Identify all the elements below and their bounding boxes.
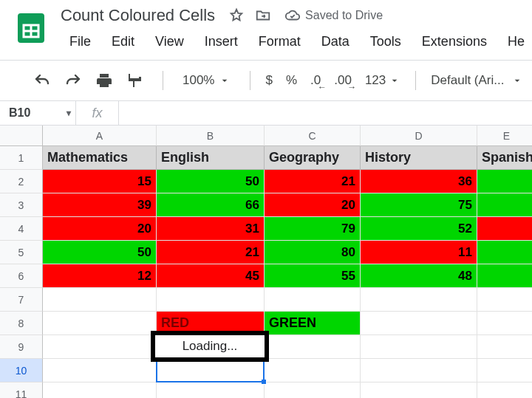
increase-decimal-button[interactable]: .00→ [334, 73, 352, 88]
menu-tools[interactable]: Tools [360, 31, 412, 52]
cell-A11[interactable] [43, 382, 157, 398]
redo-button[interactable] [61, 68, 86, 93]
cell-C8[interactable]: GREEN [265, 312, 361, 335]
cell-C1[interactable]: Geography [265, 146, 361, 170]
doc-title[interactable]: Count Coloured Cells [59, 6, 215, 25]
col-header-A[interactable]: A [43, 126, 157, 146]
menu-view[interactable]: View [145, 31, 194, 52]
row-header-3[interactable]: 3 [0, 193, 43, 217]
cell-E9[interactable] [477, 335, 532, 359]
menu-edit[interactable]: Edit [101, 31, 145, 52]
cell-D10[interactable] [361, 359, 477, 382]
cell-C4[interactable]: 79 [265, 217, 361, 241]
cell-B4[interactable]: 31 [157, 217, 265, 241]
formula-input[interactable] [118, 101, 532, 125]
cell-C9[interactable] [265, 335, 361, 359]
row-header-10[interactable]: 10 [0, 359, 43, 382]
cell-E2[interactable] [477, 170, 532, 193]
cell-E7[interactable] [477, 288, 532, 312]
cell-D4[interactable]: 52 [361, 217, 477, 241]
format-currency-button[interactable]: $ [265, 73, 272, 88]
cell-D9[interactable] [361, 335, 477, 359]
menu-help[interactable]: He [497, 31, 532, 52]
cell-E1[interactable]: Spanish [477, 146, 532, 170]
cell-B11[interactable] [157, 382, 265, 398]
cell-D7[interactable] [361, 288, 477, 312]
paint-format-button[interactable] [123, 68, 148, 93]
font-select[interactable]: Default (Ari... [431, 73, 523, 88]
menu-data[interactable]: Data [311, 31, 360, 52]
cell-D5[interactable]: 11 [361, 241, 477, 264]
cell-B7[interactable] [157, 288, 265, 312]
col-header-D[interactable]: D [361, 126, 477, 146]
row-header-7[interactable]: 7 [0, 288, 43, 312]
cell-C6[interactable]: 55 [265, 264, 361, 288]
fill-handle[interactable] [261, 379, 267, 385]
cell-D11[interactable] [361, 382, 477, 398]
cell-D1[interactable]: History [361, 146, 477, 170]
zoom-select[interactable]: 100% [178, 73, 235, 88]
row-header-2[interactable]: 2 [0, 170, 43, 193]
cell-D2[interactable]: 36 [361, 170, 477, 193]
sheets-logo[interactable] [13, 9, 49, 47]
col-header-B[interactable]: B [157, 126, 265, 146]
cell-E6[interactable] [477, 264, 532, 288]
row-header-8[interactable]: 8 [0, 312, 43, 335]
row-header-5[interactable]: 5 [0, 241, 43, 264]
menu-format[interactable]: Format [248, 31, 311, 52]
row-header-4[interactable]: 4 [0, 217, 43, 241]
cell-B3[interactable]: 66 [157, 193, 265, 217]
format-percent-button[interactable]: % [286, 73, 297, 88]
cell-E3[interactable] [477, 193, 532, 217]
cell-A8[interactable] [43, 312, 157, 335]
cell-A7[interactable] [43, 288, 157, 312]
menu-insert[interactable]: Insert [194, 31, 248, 52]
move-folder-icon[interactable] [255, 7, 271, 24]
cell-A2[interactable]: 15 [43, 170, 157, 193]
cell-A3[interactable]: 39 [43, 193, 157, 217]
row-header-11[interactable]: 11 [0, 382, 43, 398]
cell-C10[interactable] [265, 359, 361, 382]
cell-E11[interactable] [477, 382, 532, 398]
cell-E8[interactable] [477, 312, 532, 335]
cell-D8[interactable] [361, 312, 477, 335]
cell-E10[interactable] [477, 359, 532, 382]
cell-B10[interactable] [157, 359, 265, 382]
cell-A9[interactable] [43, 335, 157, 359]
name-box[interactable]: B10 ▾ [0, 101, 75, 125]
cell-A10[interactable] [43, 359, 157, 382]
cell-E5[interactable] [477, 241, 532, 264]
star-icon[interactable] [228, 7, 245, 24]
cell-D6[interactable]: 48 [361, 264, 477, 288]
chevron-down-icon: ▾ [66, 108, 71, 118]
cell-C11[interactable] [265, 382, 361, 398]
print-button[interactable] [92, 68, 117, 93]
col-header-C[interactable]: C [265, 126, 361, 146]
more-formats-button[interactable]: 123 [365, 73, 400, 88]
cell-B9[interactable]: Loading... [157, 335, 265, 359]
cell-C2[interactable]: 21 [265, 170, 361, 193]
cell-D3[interactable]: 75 [361, 193, 477, 217]
cell-C7[interactable] [265, 288, 361, 312]
col-header-E[interactable]: E [477, 126, 532, 146]
row-header-9[interactable]: 9 [0, 335, 43, 359]
cell-E4[interactable] [477, 217, 532, 241]
select-all-corner[interactable] [0, 126, 43, 146]
cell-B2[interactable]: 50 [157, 170, 265, 193]
row-header-6[interactable]: 6 [0, 264, 43, 288]
menu-file[interactable]: File [59, 31, 101, 52]
row-header-1[interactable]: 1 [0, 146, 43, 170]
cell-A5[interactable]: 50 [43, 241, 157, 264]
decrease-decimal-button[interactable]: .0← [310, 73, 321, 88]
cell-C5[interactable]: 80 [265, 241, 361, 264]
menu-extensions[interactable]: Extensions [412, 31, 497, 52]
cell-B6[interactable]: 45 [157, 264, 265, 288]
undo-button[interactable] [30, 68, 55, 93]
cell-A1[interactable]: Mathematics [43, 146, 157, 170]
cell-A4[interactable]: 20 [43, 217, 157, 241]
cell-A6[interactable]: 12 [43, 264, 157, 288]
cell-B5[interactable]: 21 [157, 241, 265, 264]
cell-C3[interactable]: 20 [265, 193, 361, 217]
cloud-done-icon [284, 7, 301, 24]
cell-B1[interactable]: English [157, 146, 265, 170]
